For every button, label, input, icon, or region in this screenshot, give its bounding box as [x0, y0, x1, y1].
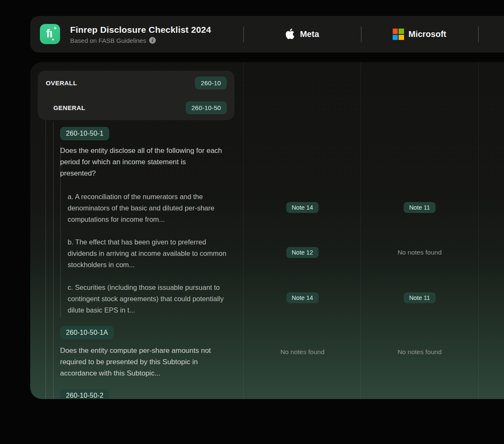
- note-chip[interactable]: Note 14: [286, 202, 319, 213]
- logo-glyph: fı: [46, 27, 52, 40]
- column-header-meta: Meta: [243, 16, 361, 53]
- section-code-badge[interactable]: 260-10: [195, 76, 227, 89]
- app-logo-icon: fı ✦: [40, 24, 60, 44]
- apple-icon: [285, 29, 295, 39]
- checklist-panel: OVERALL 260-10 GENERAL 260-10-50 260-10-…: [30, 62, 504, 399]
- indent-guide-level2: [53, 122, 54, 399]
- question-code-badge[interactable]: 260-10-50-1A: [60, 326, 114, 339]
- no-notes-text: No notes found: [397, 348, 441, 356]
- page-subtitle: Based on FASB Guidelines i: [70, 37, 211, 44]
- logo-dot: [52, 39, 54, 40]
- note-chip[interactable]: Note 14: [286, 292, 319, 303]
- header-divider: [478, 26, 479, 42]
- column-divider: [360, 62, 361, 399]
- app-header: fı ✦ Finrep Disclosure Checklist 2024 Ba…: [30, 16, 504, 53]
- subitem-text-c: c. Securities (including those issuable …: [68, 282, 227, 316]
- page-title: Finrep Disclosure Checklist 2024: [70, 25, 211, 35]
- app: fı ✦ Finrep Disclosure Checklist 2024 Ba…: [0, 0, 504, 444]
- question-code-badge[interactable]: 260-10-50-1: [60, 127, 109, 140]
- no-notes-text: No notes found: [280, 348, 324, 356]
- company-label-meta: Meta: [300, 29, 319, 39]
- section-label: GENERAL: [53, 104, 85, 111]
- sparkle-icon: ✦: [53, 26, 57, 31]
- column-header-microsoft: Microsoft: [361, 16, 478, 53]
- subtitle-text: Based on FASB Guidelines: [70, 37, 146, 44]
- column-divider: [243, 62, 244, 399]
- indent-guide-level1: [45, 96, 46, 399]
- section-card: OVERALL 260-10 GENERAL 260-10-50: [38, 71, 234, 120]
- note-chip[interactable]: Note 12: [286, 247, 319, 258]
- note-chip[interactable]: Note 11: [404, 202, 436, 213]
- section-row-overall[interactable]: OVERALL 260-10: [38, 71, 234, 95]
- info-icon[interactable]: i: [149, 37, 156, 44]
- microsoft-icon: [393, 29, 404, 40]
- section-row-general[interactable]: GENERAL 260-10-50: [38, 95, 234, 120]
- note-chip[interactable]: Note 11: [404, 292, 436, 303]
- title-block: Finrep Disclosure Checklist 2024 Based o…: [70, 16, 211, 53]
- section-label: OVERALL: [46, 79, 77, 87]
- question-text: Does the entity compute per-share amount…: [60, 345, 228, 379]
- question-code-badge[interactable]: 260-10-50-2: [60, 389, 109, 399]
- question-text: Does the entity disclose all of the foll…: [60, 145, 222, 179]
- no-notes-text: No notes found: [397, 249, 441, 256]
- subitem-text-b: b. The effect that has been given to pre…: [68, 236, 227, 271]
- section-code-badge[interactable]: 260-10-50: [186, 101, 227, 114]
- company-label-microsoft: Microsoft: [409, 29, 446, 39]
- column-divider: [478, 62, 479, 399]
- subitem-text-a: a. A reconciliation of the numerators an…: [68, 191, 227, 225]
